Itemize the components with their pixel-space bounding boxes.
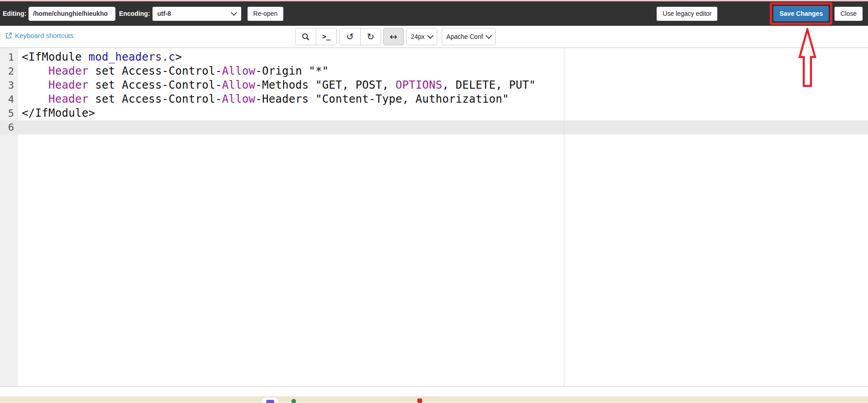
search-icon <box>301 33 310 41</box>
code-line-5[interactable]: 5</IfModule> <box>0 106 868 120</box>
code-editor-screen: Editing: Encoding: utf-8 Re-open Use leg… <box>0 0 868 403</box>
code-line-6[interactable]: 6 <box>0 120 868 134</box>
keyboard-shortcuts-link[interactable]: Keyboard shortcuts <box>5 32 73 39</box>
line-number: 3 <box>0 78 18 92</box>
line-number: 4 <box>0 92 18 106</box>
syntax-mode-value: Apache Conf <box>446 33 483 40</box>
editing-label: Editing: <box>3 10 26 17</box>
close-button[interactable]: Close <box>835 7 863 21</box>
code-text <box>18 120 22 134</box>
search-terminal-group: >_ <box>295 28 337 45</box>
file-path-input[interactable] <box>29 7 115 21</box>
syntax-mode-select[interactable]: Apache Conf <box>442 28 496 45</box>
code-text: Header set Access-Control-Allow-Headers … <box>18 92 509 106</box>
chevron-down-icon <box>427 33 434 39</box>
column-ruler-line <box>564 48 564 386</box>
horizontal-arrow-icon: ↔ <box>390 32 397 41</box>
terminal-button[interactable]: >_ <box>316 28 336 45</box>
toolbar-buttons: >_ ↺ ↻ ↔ 24px Apache Conf <box>295 28 496 45</box>
word-wrap-toggle-button[interactable]: ↔ <box>383 28 404 45</box>
encoding-select[interactable]: utf-8 <box>153 7 241 21</box>
code-text: <IfModule mod_headers.c> <box>18 50 182 64</box>
code-editor-area[interactable]: 1<IfModule mod_headers.c>2 Header set Ac… <box>0 48 868 387</box>
taskbar-red-icon[interactable] <box>417 398 422 403</box>
undo-redo-group: ↺ ↻ <box>339 28 381 45</box>
taskbar-edge-strip <box>0 396 868 403</box>
save-highlight-box: Save Changes <box>770 2 832 25</box>
code-text: </IfModule> <box>18 106 95 120</box>
chevron-down-icon <box>486 33 492 39</box>
encoding-label: Encoding: <box>119 10 150 17</box>
taskbar-app-icon[interactable] <box>262 398 278 403</box>
redo-button[interactable]: ↻ <box>360 28 381 45</box>
code-text: Header set Access-Control-Allow-Origin "… <box>18 64 329 78</box>
code-text: Header set Access-Control-Allow-Methods … <box>18 78 536 92</box>
undo-button[interactable]: ↺ <box>340 28 360 45</box>
editor-toolbar: Keyboard shortcuts >_ ↺ ↻ <box>0 26 868 48</box>
legacy-editor-button[interactable]: Use legacy editor <box>657 7 717 21</box>
save-pointer-arrow <box>797 28 817 88</box>
terminal-icon: >_ <box>322 33 330 41</box>
undo-icon: ↺ <box>346 32 354 41</box>
reopen-button[interactable]: Re-open <box>248 7 284 21</box>
code-lines: 1<IfModule mod_headers.c>2 Header set Ac… <box>0 48 868 134</box>
bottom-white-strip <box>0 387 868 396</box>
save-button[interactable]: Save Changes <box>773 6 829 21</box>
line-number: 1 <box>0 50 18 64</box>
keyboard-shortcuts-label: Keyboard shortcuts <box>15 32 73 39</box>
code-line-1[interactable]: 1<IfModule mod_headers.c> <box>0 50 868 64</box>
font-size-value: 24px <box>411 33 424 40</box>
external-link-icon <box>5 32 12 39</box>
topbar: Editing: Encoding: utf-8 Re-open Use leg… <box>0 1 868 26</box>
encoding-select-value: utf-8 <box>157 10 171 17</box>
line-number: 2 <box>0 64 18 78</box>
taskbar-app-icon-glyph <box>266 400 274 403</box>
line-number: 5 <box>0 106 18 120</box>
taskbar-green-icon[interactable] <box>291 399 296 403</box>
chevron-down-icon <box>230 9 237 16</box>
line-number: 6 <box>0 120 18 134</box>
font-size-select[interactable]: 24px <box>406 28 437 45</box>
code-line-3[interactable]: 3 Header set Access-Control-Allow-Method… <box>0 78 868 92</box>
search-button[interactable] <box>296 28 316 45</box>
redo-icon: ↻ <box>367 32 375 41</box>
code-line-2[interactable]: 2 Header set Access-Control-Allow-Origin… <box>0 64 868 78</box>
code-line-4[interactable]: 4 Header set Access-Control-Allow-Header… <box>0 92 868 106</box>
